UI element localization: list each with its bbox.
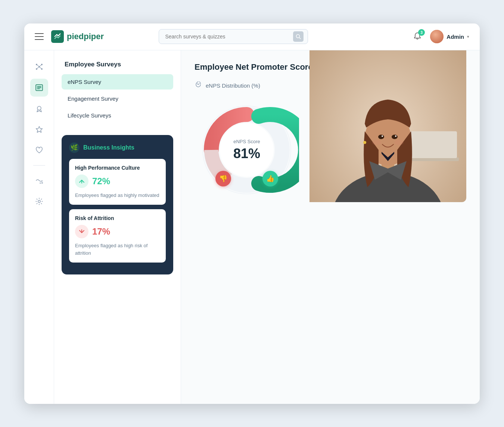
sidebar-divider <box>33 165 45 166</box>
promoters-pct: 81% <box>455 161 466 167</box>
chevron-down-icon: ▾ <box>467 34 469 39</box>
logo-text: piedpiper <box>67 32 104 41</box>
donut-center-label: eNPS Score <box>233 138 260 144</box>
sidebar-item-badge[interactable] <box>30 100 48 117</box>
left-panel: Employee Surveys eNPS Survey Engagement … <box>54 50 181 404</box>
search-icon[interactable] <box>293 31 304 42</box>
insights-card: 🌿 Business Insights High Performance Cul… <box>62 135 173 275</box>
insights-header: 🌿 Business Insights <box>69 142 166 153</box>
svg-rect-17 <box>40 182 41 184</box>
enps-section: eNPS Distribution (%) <box>195 81 466 202</box>
sidebar-item-network[interactable] <box>30 58 48 76</box>
sidebar-item-settings[interactable] <box>30 192 48 210</box>
hpc-title: High Performance Culture <box>75 165 160 171</box>
svg-line-9 <box>40 67 41 68</box>
svg-point-2 <box>36 64 37 65</box>
svg-point-0 <box>296 35 300 38</box>
svg-point-18 <box>38 200 40 202</box>
donut-label: eNPS Score 81% <box>233 138 260 161</box>
svg-point-4 <box>36 68 37 70</box>
svg-point-1 <box>38 66 40 67</box>
promoters-label: Promoters <box>314 161 340 167</box>
sidebar-icons <box>24 50 54 404</box>
thumbs-up-icon: 👍 <box>262 171 278 186</box>
roa-description: Employees flagged as high risk of attrit… <box>75 242 160 257</box>
passives-label: Passives <box>314 139 336 145</box>
svg-point-3 <box>41 64 43 65</box>
detractors-bar-fill <box>314 126 345 130</box>
avatar <box>430 30 444 43</box>
main-body: Employee Surveys eNPS Survey Engagement … <box>24 50 480 404</box>
svg-point-5 <box>41 68 43 70</box>
logo-icon <box>51 30 64 43</box>
survey-item-engagement[interactable]: Engagement Survey <box>62 91 173 106</box>
notification-badge: 3 <box>418 29 425 36</box>
sidebar-item-star[interactable] <box>30 120 48 138</box>
search-bar <box>159 29 308 44</box>
insight-item-hpc: High Performance Culture 72% Employees f… <box>69 159 166 205</box>
donut-center-score: 81% <box>233 145 260 161</box>
donut-chart: eNPS Score 81% 👎 👍 <box>195 98 299 202</box>
promoters-bar-fill <box>314 170 437 174</box>
thumbs-down-icon: 👎 <box>215 171 231 186</box>
hamburger-menu[interactable] <box>35 33 44 40</box>
passives-bar-fill <box>314 148 360 152</box>
svg-line-6 <box>37 65 38 66</box>
right-panel: Employee Net Promoter Score Download ▾ e… <box>181 50 480 404</box>
header-actions: 3 Admin ▾ <box>411 30 469 43</box>
panel-title: Employee Net Promoter Score <box>195 62 313 72</box>
download-button[interactable]: Download ▾ <box>434 64 466 70</box>
search-input[interactable] <box>159 29 308 44</box>
chart-legend: Detractors 20% Passives 30% <box>314 117 466 183</box>
sidebar-item-chart[interactable] <box>30 172 48 189</box>
roa-value: 17% <box>92 226 110 237</box>
notification-button[interactable]: 3 <box>411 30 424 43</box>
section-title: Employee Surveys <box>62 61 173 68</box>
passives-bar-bg <box>314 148 466 152</box>
hpc-arrow-icon <box>75 175 88 188</box>
legend-item-promoters: Promoters 81% <box>314 161 466 174</box>
hpc-metric: 72% <box>75 175 160 188</box>
svg-line-7 <box>40 65 41 66</box>
passives-pct: 30% <box>455 139 466 145</box>
svg-line-8 <box>37 67 38 68</box>
roa-arrow-icon <box>75 225 88 238</box>
promoters-bar-bg <box>314 170 466 174</box>
roa-metric: 17% <box>75 225 160 238</box>
detractors-pct: 20% <box>455 117 466 123</box>
logo[interactable]: piedpiper <box>51 30 104 43</box>
hpc-description: Employees flagged as highly motivated <box>75 192 160 199</box>
detractors-label: Detractors <box>314 117 340 123</box>
legend-item-passives: Passives 30% <box>314 139 466 152</box>
enps-distribution-label: eNPS Distribution (%) <box>206 82 260 89</box>
hpc-value: 72% <box>92 176 110 186</box>
enps-label-row: eNPS Distribution (%) <box>195 81 466 90</box>
insights-title: Business Insights <box>83 144 134 151</box>
survey-item-enps[interactable]: eNPS Survey <box>62 74 173 90</box>
detractors-bar-bg <box>314 126 466 130</box>
user-menu[interactable]: Admin ▾ <box>430 30 469 43</box>
distribution-icon <box>195 81 202 90</box>
chart-area: eNPS Score 81% 👎 👍 Detractors 20% <box>195 98 466 202</box>
admin-label: Admin <box>447 34 464 40</box>
roa-title: Risk of Attrition <box>75 215 160 221</box>
sidebar-item-surveys[interactable] <box>30 79 48 97</box>
download-chevron-icon: ▾ <box>463 64 466 70</box>
survey-item-lifecycle[interactable]: Lifecycle Surveys <box>62 108 173 123</box>
insights-icon: 🌿 <box>69 142 80 153</box>
insight-item-roa: Risk of Attrition 17% Employees flagged … <box>69 209 166 263</box>
legend-item-detractors: Detractors 20% <box>314 117 466 130</box>
app-header: piedpiper 3 Admin ▾ <box>24 23 480 50</box>
sidebar-item-heart[interactable] <box>30 141 48 159</box>
svg-rect-16 <box>41 182 43 184</box>
panel-header: Employee Net Promoter Score Download ▾ <box>195 62 466 72</box>
svg-point-15 <box>37 106 41 110</box>
